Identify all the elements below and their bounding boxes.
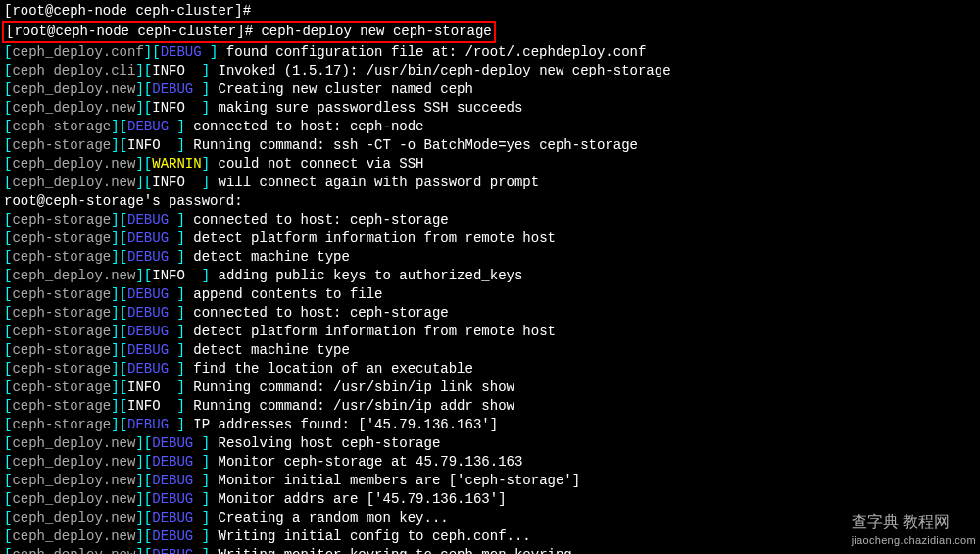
log-line: [ceph-storage][DEBUG ] connected to host… bbox=[4, 304, 976, 323]
watermark: 查字典 教程网 jiaocheng.chazidian.com bbox=[852, 512, 976, 550]
log-line: [ceph_deploy.cli][INFO ] Invoked (1.5.17… bbox=[4, 62, 976, 80]
watermark-url: jiaocheng.chazidian.com bbox=[852, 531, 976, 550]
log-line: [ceph-storage][DEBUG ] detect platform i… bbox=[4, 229, 976, 248]
log-line: [ceph_deploy.new][INFO ] making sure pas… bbox=[4, 99, 976, 118]
watermark-text: 查字典 教程网 bbox=[852, 513, 950, 529]
log-line: [ceph-storage][DEBUG ] find the location… bbox=[4, 360, 976, 378]
log-line: [ceph-storage][DEBUG ] IP addresses foun… bbox=[4, 416, 976, 434]
log-line: [ceph-storage][DEBUG ] connected to host… bbox=[4, 211, 976, 229]
log-line: [ceph-storage][DEBUG ] detect platform i… bbox=[4, 323, 976, 341]
log-line: [ceph-storage][DEBUG ] connected to host… bbox=[4, 118, 976, 136]
log-line: [ceph_deploy.new][DEBUG ] Monitor addrs … bbox=[4, 490, 976, 509]
log-line: [ceph_deploy.new][WARNIN] could not conn… bbox=[4, 155, 976, 174]
log-line: [ceph_deploy.conf][DEBUG ] found configu… bbox=[4, 43, 976, 62]
log-line: [ceph_deploy.new][DEBUG ] Creating new c… bbox=[4, 80, 976, 99]
log-line: root@ceph-storage's password: bbox=[4, 192, 976, 211]
log-line: [ceph_deploy.new][DEBUG ] Monitor ceph-s… bbox=[4, 453, 976, 472]
log-line: [ceph_deploy.new][DEBUG ] Creating a ran… bbox=[4, 509, 976, 528]
log-line: [ceph_deploy.new][INFO ] adding public k… bbox=[4, 267, 976, 285]
prompt-line: [root@ceph-node ceph-cluster]# bbox=[4, 2, 976, 21]
log-line: [ceph_deploy.new][DEBUG ] Resolving host… bbox=[4, 434, 976, 453]
log-line: [ceph_deploy.new][INFO ] will connect ag… bbox=[4, 174, 976, 192]
log-line: [ceph_deploy.new][DEBUG ] Monitor initia… bbox=[4, 472, 976, 490]
log-line: [ceph-storage][INFO ] Running command: s… bbox=[4, 136, 976, 155]
terminal[interactable]: [root@ceph-node ceph-cluster]# [root@cep… bbox=[4, 2, 976, 554]
prompt-line: [root@ceph-node ceph-cluster]# ceph-depl… bbox=[4, 21, 976, 43]
log-line: [ceph_deploy.new][DEBUG ] Writing monito… bbox=[4, 546, 976, 554]
log-line: [ceph-storage][DEBUG ] detect machine ty… bbox=[4, 341, 976, 360]
log-line: [ceph-storage][DEBUG ] append contents t… bbox=[4, 285, 976, 304]
log-line: [ceph-storage][DEBUG ] detect machine ty… bbox=[4, 248, 976, 267]
log-line: [ceph_deploy.new][DEBUG ] Writing initia… bbox=[4, 528, 976, 546]
log-line: [ceph-storage][INFO ] Running command: /… bbox=[4, 378, 976, 397]
log-line: [ceph-storage][INFO ] Running command: /… bbox=[4, 397, 976, 416]
